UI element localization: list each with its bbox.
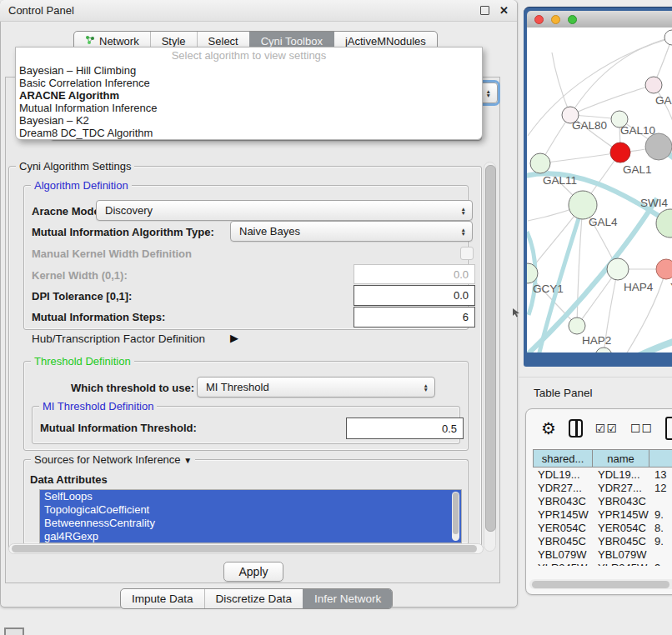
network-graph: GAL GAL80 GAL10 GAL1 GAL11 GAL4 SWI4 GCY… — [527, 28, 672, 352]
table-row[interactable]: YBL079WYBL079W — [533, 548, 672, 561]
collapsed-corner-box[interactable] — [4, 628, 24, 635]
table-row[interactable]: YBR043CYBR043C — [533, 494, 672, 508]
algorithm-option[interactable]: Bayesian – Hill Climbing — [16, 64, 482, 77]
tab-discretize-data[interactable]: Discretize Data — [204, 589, 303, 608]
mi-threshold-field[interactable]: 0.5 — [346, 418, 464, 439]
list-item-attribute[interactable]: gal4RGexp — [40, 530, 461, 543]
network-window-titlebar[interactable] — [527, 11, 672, 28]
table-toolbar: ⚙ ☑☑ ☐☐ — [526, 409, 672, 448]
panel-divider — [519, 377, 672, 378]
algorithm-prompt: Select algorithm to view settings — [16, 48, 482, 64]
table-row[interactable]: YDL19...YDL19...13 — [533, 468, 672, 481]
stepper-icon: ▲▼ — [461, 206, 466, 215]
aracne-mode-value: Discovery — [105, 204, 153, 217]
mi-type-combo[interactable]: Naive Bayes ▲▼ — [230, 221, 473, 242]
list-item-attribute[interactable]: TopologicalCoefficient — [40, 503, 461, 517]
tab-impute-data-label: Impute Data — [132, 592, 193, 605]
node[interactable] — [645, 133, 672, 160]
node-label: GAL4 — [589, 216, 618, 228]
which-threshold-value: MI Threshold — [206, 381, 269, 393]
table-row[interactable]: YDR27...YDR27...12 — [533, 481, 672, 494]
stepper-icon: ▲▼ — [486, 88, 491, 98]
collapse-arrow-icon[interactable]: ▼ — [183, 456, 192, 465]
close-icon[interactable]: ✕ — [499, 4, 509, 17]
node-label: SWI4 — [640, 197, 668, 209]
network-canvas[interactable]: GAL GAL80 GAL10 GAL1 GAL11 GAL4 SWI4 GCY… — [527, 28, 672, 352]
unchecked-pair-icon[interactable]: ☐☐ — [630, 422, 653, 435]
table-row[interactable]: YPR145WYPR145W9. — [533, 508, 672, 521]
expand-arrow-icon[interactable]: ▶ — [230, 332, 238, 344]
tab-discretize-data-label: Discretize Data — [216, 592, 293, 605]
column-header[interactable]: shared... — [533, 449, 593, 468]
node[interactable] — [569, 191, 597, 219]
table-row[interactable]: YLR345WYLR345W9. — [533, 561, 672, 566]
sources-group-title: Sources for Network Inference ▼ — [31, 453, 195, 466]
table-horizontal-scrollbar[interactable] — [529, 579, 672, 589]
table-row[interactable]: YBR045CYBR045C9. — [533, 534, 672, 548]
node[interactable] — [664, 30, 672, 45]
kernel-width-value: 0.0 — [454, 268, 469, 281]
tab-infer-network[interactable]: Infer Network — [303, 589, 392, 608]
column-header[interactable]: name — [593, 449, 649, 468]
list-item-attribute[interactable]: BetweennessCentrality — [40, 517, 461, 530]
node[interactable] — [530, 153, 550, 173]
settings-vertical-scrollbar[interactable] — [484, 162, 496, 552]
data-attributes-list[interactable]: SelfLoops TopologicalCoefficient Between… — [39, 489, 462, 543]
node[interactable] — [595, 348, 612, 352]
settings-hscroll-thumb[interactable] — [12, 545, 477, 552]
mi-steps-field[interactable]: 6 — [354, 307, 475, 328]
node[interactable] — [607, 258, 629, 280]
zoom-traffic-light[interactable] — [568, 15, 577, 24]
table-header-row: shared... name — [533, 449, 672, 468]
algorithm-option[interactable]: Mutual Information Inference — [16, 102, 482, 114]
list-scrollbar[interactable] — [452, 492, 459, 541]
settings-vscroll-thumb[interactable] — [485, 165, 496, 532]
kernel-width-field[interactable]: 0.0 — [354, 264, 475, 284]
tab-style-label: Style — [162, 35, 186, 48]
float-icon[interactable] — [480, 6, 489, 15]
control-panel-title: Control Panel — [8, 4, 480, 17]
apply-button-label: Apply — [238, 565, 268, 578]
column-header[interactable] — [649, 449, 672, 468]
minimize-traffic-light[interactable] — [551, 15, 560, 24]
gear-icon[interactable]: ⚙ — [541, 420, 556, 437]
algorithm-option[interactable]: Basic Correlation Inference — [16, 77, 482, 89]
list-scrollbar-thumb[interactable] — [453, 492, 459, 534]
algorithm-option[interactable]: Dream8 DC_TDC Algorithm — [16, 127, 482, 139]
node-label: GAL1 — [623, 163, 652, 176]
dpi-tolerance-value: 0.0 — [454, 289, 469, 302]
node-label: GAL — [655, 94, 672, 107]
kernel-width-label: Kernel Width (0,1): — [32, 269, 128, 282]
algorithm-option[interactable]: Bayesian – K2 — [16, 114, 482, 127]
mi-steps-label: Mutual Information Steps: — [32, 311, 165, 323]
table-hscroll-thumb[interactable] — [532, 581, 669, 588]
node-label: GAL10 — [620, 124, 655, 137]
screen: Control Panel ✕ Network Style Select Cyn… — [0, 0, 672, 635]
network-view-window[interactable]: GAL GAL80 GAL10 GAL1 GAL11 GAL4 SWI4 GCY… — [524, 7, 672, 367]
aracne-mode-combo[interactable]: Discovery ▲▼ — [96, 200, 473, 221]
page-icon[interactable] — [665, 417, 672, 440]
node-selected[interactable] — [610, 142, 630, 162]
algorithm-option-selected[interactable]: ARACNE Algorithm — [16, 89, 482, 102]
table-row[interactable]: YER054CYER054C8. — [533, 521, 672, 534]
node-label: HAP4 — [624, 281, 654, 293]
cyni-bottom-tabbar: Impute Data Discretize Data Infer Networ… — [120, 588, 393, 609]
tab-impute-data[interactable]: Impute Data — [121, 589, 204, 608]
settings-horizontal-scrollbar[interactable] — [8, 543, 484, 554]
node[interactable] — [645, 77, 662, 93]
list-item-attribute[interactable]: SelfLoops — [40, 490, 461, 503]
dpi-tolerance-field[interactable]: 0.0 — [354, 285, 475, 306]
mouse-cursor — [513, 308, 520, 320]
checked-pair-icon[interactable]: ☑☑ — [595, 422, 618, 435]
stepper-icon: ▲▼ — [424, 382, 429, 392]
which-threshold-combo[interactable]: MI Threshold ▲▼ — [197, 377, 435, 398]
algorithm-definition-title: Algorithm Definition — [31, 179, 132, 192]
node[interactable] — [656, 259, 672, 279]
apply-button[interactable]: Apply — [223, 562, 283, 582]
close-traffic-light[interactable] — [534, 15, 544, 24]
manual-kernel-checkbox[interactable] — [460, 247, 474, 260]
node[interactable] — [569, 318, 585, 334]
split-columns-icon[interactable] — [569, 419, 583, 438]
algorithm-dropdown-popup: Select algorithm to view settings Bayesi… — [15, 47, 483, 140]
mi-threshold-group-title: MI Threshold Definition — [39, 400, 157, 412]
